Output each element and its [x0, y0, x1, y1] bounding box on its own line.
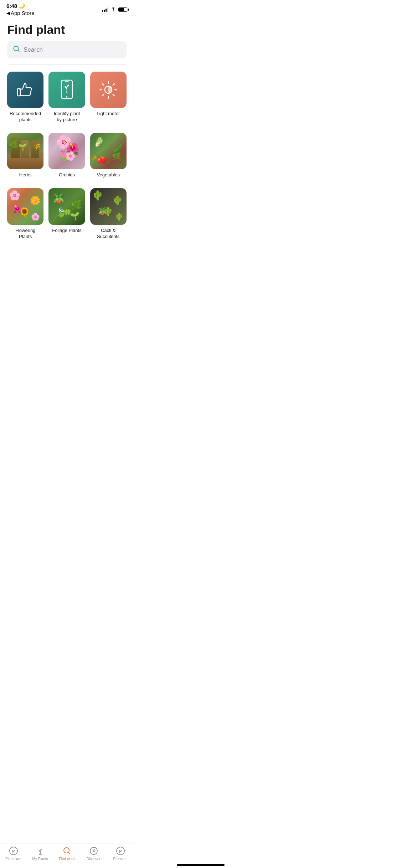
battery-icon [118, 7, 127, 12]
orchids-card[interactable]: 🌸 🌺 🌷 🌸 Orchids [48, 133, 85, 178]
section-divider [7, 64, 127, 64]
vegetables-image: 🥬 🥒 🍅 🌿 🥕 [90, 133, 127, 169]
cacti-label: Cacti &Succulents [97, 228, 120, 240]
signal-bar-2 [104, 10, 105, 12]
light-meter-card[interactable]: Light meter [90, 72, 127, 123]
battery-fill [119, 8, 124, 11]
search-icon [13, 45, 20, 54]
herbs-image: 🌿 🌱 🌾 [7, 133, 43, 169]
orchids-image: 🌸 🌺 🌷 🌸 [48, 133, 85, 169]
recommended-label: Recommendedplants [10, 111, 41, 123]
foliage-card[interactable]: 🪴 🌿 🍃 🌱 🍀 Foliage Plants [48, 188, 85, 239]
svg-line-15 [113, 84, 114, 85]
search-container [0, 41, 134, 64]
back-label: App Store [11, 10, 35, 16]
svg-line-16 [102, 94, 104, 96]
identify-plant-card[interactable]: Identify plantby picture [48, 72, 85, 123]
svg-rect-3 [17, 89, 20, 96]
identify-label: Identify plantby picture [54, 111, 80, 123]
signal-bar-4 [107, 7, 108, 12]
svg-point-5 [66, 96, 67, 98]
signal-bar-3 [106, 9, 107, 12]
light-card-image [90, 72, 127, 108]
search-input[interactable] [24, 46, 121, 53]
signal-bar-1 [102, 10, 103, 12]
wifi-icon [110, 7, 116, 12]
herbs-label: Herbs [19, 172, 32, 178]
moon-icon: 🌙 [19, 2, 25, 9]
flowering-card[interactable]: 🌸 🌼 🌺 🌸 🌻 FloweringPlants [7, 188, 43, 239]
svg-line-2 [18, 50, 19, 52]
identify-card-image [48, 72, 85, 108]
cacti-card[interactable]: 🌵 🌵 🪴 🌵 🌵 Cacti &Succulents [90, 188, 127, 239]
feature-cards-grid: Recommendedplants Identify [7, 72, 127, 123]
cacti-image: 🌵 🌵 🪴 🌵 🌵 [90, 188, 127, 224]
orchids-label: Orchids [59, 172, 75, 178]
light-meter-label: Light meter [97, 111, 120, 117]
category-row-1: 🌿 🌱 🌾 Herbs 🌸 🌺 🌷 🌸 Orchids [7, 133, 127, 178]
page-title: Find plant [0, 16, 134, 41]
vegetables-label: Vegetables [97, 172, 120, 178]
back-navigation[interactable]: ◀ App Store [6, 9, 35, 17]
status-icons [102, 7, 127, 12]
foliage-image: 🪴 🌿 🍃 🌱 🍀 [48, 188, 85, 224]
scroll-content: Find plant [0, 16, 134, 278]
time-display: 6:48 [6, 3, 17, 9]
back-arrow-icon: ◀ [6, 10, 10, 16]
status-time: 6:48 🌙 [6, 2, 35, 9]
signal-icon [102, 7, 108, 12]
recommended-plants-card[interactable]: Recommendedplants [7, 72, 43, 123]
herbs-card[interactable]: 🌿 🌱 🌾 Herbs [7, 133, 43, 178]
svg-line-13 [102, 84, 104, 85]
recommended-card-image [7, 72, 43, 108]
foliage-label: Foliage Plants [52, 228, 81, 234]
feature-cards-section: Recommendedplants Identify [0, 72, 134, 239]
category-row-2: 🌸 🌼 🌺 🌸 🌻 FloweringPlants 🪴 🌿 🍃 � [7, 188, 127, 239]
svg-point-7 [66, 92, 67, 93]
svg-line-14 [113, 94, 114, 96]
status-bar: 6:48 🌙 ◀ App Store [0, 0, 134, 16]
vegetables-card[interactable]: 🥬 🥒 🍅 🌿 🥕 Vegetables [90, 133, 127, 178]
svg-point-0 [113, 11, 114, 11]
flowering-label: FloweringPlants [15, 228, 35, 240]
search-bar[interactable] [7, 41, 127, 58]
flowering-image: 🌸 🌼 🌺 🌸 🌻 [7, 188, 43, 224]
